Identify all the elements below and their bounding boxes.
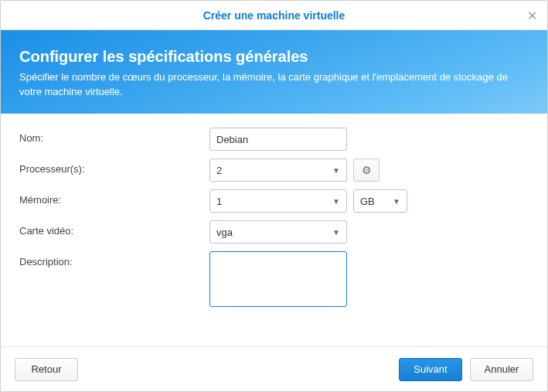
chevron-down-icon: ▼: [393, 197, 400, 206]
memory-label: Mémoire:: [19, 189, 209, 206]
row-name: Nom:: [19, 128, 529, 151]
video-value: vga: [216, 227, 233, 238]
banner-subheading: Spécifier le nombre de cœurs du processe…: [19, 70, 529, 98]
next-button[interactable]: Suivant: [399, 358, 462, 381]
back-button[interactable]: Retour: [15, 358, 78, 381]
chevron-down-icon: ▼: [332, 228, 340, 237]
footer: Retour Suivant Annuler: [1, 346, 547, 391]
processor-value: 2: [216, 165, 222, 176]
close-icon: ✕: [527, 9, 537, 23]
gear-icon: ⚙: [362, 164, 372, 176]
name-label: Nom:: [19, 128, 209, 144]
form-area: Nom: Processeur(s): 2 ▼ ⚙ Mémoire: 1: [1, 114, 547, 346]
memory-unit-value: GB: [360, 196, 375, 207]
row-memory: Mémoire: 1 ▼ GB ▼: [19, 189, 529, 213]
description-label: Description:: [19, 251, 209, 268]
chevron-down-icon: ▼: [332, 166, 340, 175]
row-processor: Processeur(s): 2 ▼ ⚙: [19, 159, 529, 182]
banner-heading: Configurer les spécifications générales: [19, 48, 529, 66]
memory-value: 1: [216, 196, 222, 207]
processor-label: Processeur(s):: [19, 159, 209, 175]
header-banner: Configurer les spécifications générales …: [1, 30, 547, 114]
chevron-down-icon: ▼: [332, 197, 340, 206]
row-description: Description:: [19, 251, 529, 307]
description-textarea[interactable]: [209, 251, 347, 307]
processor-settings-button[interactable]: ⚙: [353, 159, 380, 182]
row-video: Carte vidéo: vga ▼: [19, 220, 529, 244]
memory-select[interactable]: 1 ▼: [209, 189, 347, 213]
cancel-button[interactable]: Annuler: [470, 358, 533, 381]
video-label: Carte vidéo:: [19, 220, 209, 237]
titlebar: Créer une machine virtuelle ✕: [1, 1, 547, 30]
window-title: Créer une machine virtuelle: [203, 9, 345, 22]
close-button[interactable]: ✕: [516, 1, 547, 30]
name-input[interactable]: [209, 128, 347, 151]
dialog-window: Créer une machine virtuelle ✕ Configurer…: [0, 0, 548, 392]
video-select[interactable]: vga ▼: [209, 220, 347, 244]
processor-select[interactable]: 2 ▼: [209, 159, 347, 182]
memory-unit-select[interactable]: GB ▼: [353, 189, 407, 213]
